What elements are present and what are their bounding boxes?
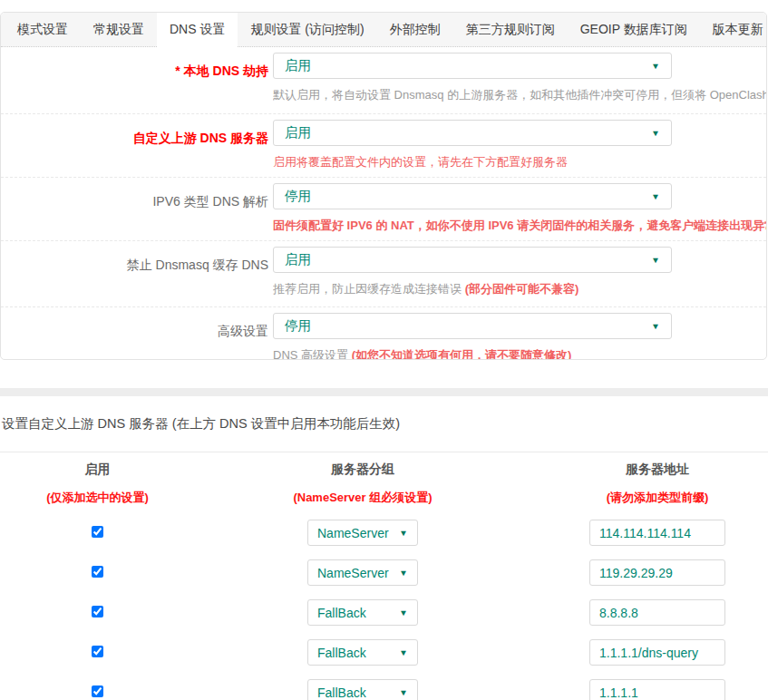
description-text: 默认启用，将自动设置 Dnsmasq 的上游服务器，如和其他插件冲突可停用，但须…: [273, 88, 767, 102]
select-value: 启用: [285, 57, 311, 74]
server-group-select[interactable]: FallBack ▼: [307, 639, 418, 666]
server-group-select[interactable]: FallBack ▼: [307, 599, 418, 626]
tab-general-settings[interactable]: 常规设置: [81, 13, 157, 46]
upstream-dns-table: 启用 服务器分组 服务器地址 (仅添加选中的设置) (NameServer 组必…: [0, 452, 768, 700]
field-label: 高级设置: [1, 324, 268, 340]
field-label: IPV6 类型 DNS 解析: [1, 194, 268, 210]
column-header-enable: 启用: [0, 452, 195, 478]
chevron-down-icon: ▼: [651, 192, 660, 201]
form-row-ipv6-dns: IPV6 类型 DNS 解析 停用 ▼ 固件须配置好 IPV6 的 NAT，如你…: [1, 178, 766, 241]
column-note-server-group: (NameServer 组必须设置): [195, 478, 530, 506]
description-text: DNS 高级设置: [273, 348, 352, 360]
tab-dns-settings[interactable]: DNS 设置: [157, 13, 238, 47]
enable-checkbox[interactable]: [92, 685, 103, 697]
select-value: NameServer: [317, 526, 389, 540]
select-value: FallBack: [317, 606, 366, 620]
chevron-down-icon: ▼: [651, 256, 660, 265]
column-header-server-group: 服务器分组: [195, 452, 530, 478]
enable-checkbox[interactable]: [92, 526, 103, 538]
chevron-down-icon: ▼: [399, 648, 408, 657]
select-value: 停用: [285, 317, 311, 335]
field-description: 推荐启用，防止因缓存造成连接错误 (部分固件可能不兼容): [273, 281, 767, 297]
select-value: 启用: [285, 124, 311, 141]
advanced-settings-select[interactable]: 停用 ▼: [273, 313, 672, 339]
description-warning: 启用将覆盖配置文件内的设置，请先在下方配置好服务器: [273, 155, 568, 169]
column-note-enable: (仅添加选中的设置): [0, 478, 195, 506]
form-row-advanced-settings: 高级设置 停用 ▼ DNS 高级设置 (如您不知道选项有何用，请不要随意修改): [1, 307, 766, 360]
enable-checkbox[interactable]: [92, 606, 103, 617]
field-label: 自定义上游 DNS 服务器: [1, 131, 268, 147]
server-group-select[interactable]: NameServer ▼: [307, 559, 418, 586]
form-row-local-dns-hijack: * 本地 DNS 劫持 启用 ▼ 默认启用，将自动设置 Dnsmasq 的上游服…: [1, 47, 766, 114]
field-description: 默认启用，将自动设置 Dnsmasq 的上游服务器，如和其他插件冲突可停用，但须…: [273, 87, 767, 103]
table-row: NameServer ▼: [0, 559, 768, 599]
chevron-down-icon: ▼: [399, 529, 408, 538]
tab-version-update[interactable]: 版本更新: [700, 13, 767, 46]
chevron-down-icon: ▼: [399, 569, 408, 578]
select-value: 启用: [285, 251, 311, 268]
tab-thirdparty-rules[interactable]: 第三方规则订阅: [453, 13, 568, 46]
disable-dnsmasq-cache-select[interactable]: 启用 ▼: [273, 247, 672, 273]
settings-tabbar: 模式设置 常规设置 DNS 设置 规则设置 (访问控制) 外部控制 第三方规则订…: [1, 13, 766, 47]
chevron-down-icon: ▼: [651, 129, 660, 138]
column-note-server-address: (请勿添加类型前缀): [530, 478, 768, 506]
tab-rules-settings[interactable]: 规则设置 (访问控制): [238, 13, 376, 46]
description-warning: (部分固件可能不兼容): [465, 282, 579, 296]
server-group-select[interactable]: FallBack ▼: [307, 679, 418, 700]
dns-settings-card: 模式设置 常规设置 DNS 设置 规则设置 (访问控制) 外部控制 第三方规则订…: [0, 12, 767, 360]
custom-upstream-dns-select[interactable]: 启用 ▼: [273, 120, 672, 146]
field-description: 固件须配置好 IPV6 的 NAT，如你不使用 IPV6 请关闭固件的相关服务，…: [273, 218, 767, 234]
chevron-down-icon: ▼: [399, 608, 408, 617]
field-description: DNS 高级设置 (如您不知道选项有何用，请不要随意修改): [273, 347, 767, 360]
server-address-input[interactable]: [589, 520, 725, 546]
server-group-select[interactable]: NameServer ▼: [307, 520, 418, 546]
table-row: FallBack ▼: [0, 599, 768, 639]
chevron-down-icon: ▼: [399, 688, 408, 697]
description-text: 推荐启用，防止因缓存造成连接错误: [273, 282, 465, 296]
local-dns-hijack-select[interactable]: 启用 ▼: [273, 53, 672, 79]
field-label: 禁止 Dnsmasq 缓存 DNS: [1, 258, 268, 274]
section-divider: [0, 388, 768, 396]
table-header-row: 启用 服务器分组 服务器地址: [0, 452, 768, 478]
form-row-disable-dnsmasq-cache: 禁止 Dnsmasq 缓存 DNS 启用 ▼ 推荐启用，防止因缓存造成连接错误 …: [1, 241, 766, 307]
server-address-input[interactable]: [589, 639, 725, 666]
chevron-down-icon: ▼: [651, 322, 660, 331]
table-header-notes: (仅添加选中的设置) (NameServer 组必须设置) (请勿添加类型前缀): [0, 478, 768, 506]
tab-external-control[interactable]: 外部控制: [377, 13, 453, 46]
ipv6-dns-select[interactable]: 停用 ▼: [273, 183, 672, 209]
table-row: FallBack ▼: [0, 679, 768, 700]
table-row: NameServer ▼: [0, 520, 768, 559]
select-value: NameServer: [317, 566, 389, 580]
server-address-input[interactable]: [589, 559, 725, 586]
description-warning: (如您不知道选项有何用，请不要随意修改): [352, 348, 572, 360]
enable-checkbox[interactable]: [92, 566, 103, 578]
server-address-input[interactable]: [589, 679, 725, 700]
table-row: FallBack ▼: [0, 639, 768, 679]
column-header-server-address: 服务器地址: [530, 452, 768, 478]
field-description: 启用将覆盖配置文件内的设置，请先在下方配置好服务器: [273, 154, 767, 170]
tab-mode-settings[interactable]: 模式设置: [5, 13, 81, 46]
server-address-input[interactable]: [589, 599, 725, 626]
upstream-dns-section-heading: 设置自定义上游 DNS 服务器 (在上方 DNS 设置中启用本功能后生效): [2, 415, 400, 433]
select-value: FallBack: [317, 685, 366, 700]
form-row-custom-upstream-dns: 自定义上游 DNS 服务器 启用 ▼ 启用将覆盖配置文件内的设置，请先在下方配置…: [1, 114, 766, 178]
tab-geoip-subscribe[interactable]: GEOIP 数据库订阅: [568, 13, 700, 46]
select-value: 停用: [285, 188, 311, 205]
chevron-down-icon: ▼: [651, 62, 660, 71]
select-value: FallBack: [317, 646, 366, 660]
field-label: * 本地 DNS 劫持: [1, 63, 268, 80]
description-warning: 固件须配置好 IPV6 的 NAT，如你不使用 IPV6 请关闭固件的相关服务，…: [273, 219, 767, 232]
enable-checkbox[interactable]: [92, 646, 103, 657]
